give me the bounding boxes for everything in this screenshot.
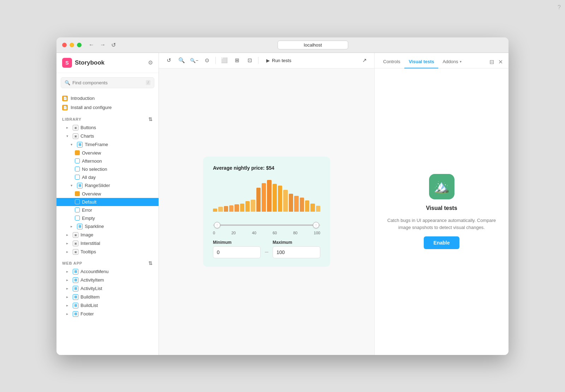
play-icon: ▶ (266, 58, 270, 63)
close-button[interactable] (62, 43, 67, 47)
sidebar-item-label: TimeFrame (85, 142, 108, 147)
story-blue-icon (75, 167, 80, 171)
chevron-right-icon (66, 233, 71, 237)
tab-addons[interactable]: Addons ▾ (438, 55, 465, 68)
maximum-label: Maximum (273, 240, 320, 245)
sidebar-item-interstitial[interactable]: ▣ Interstitial (56, 239, 159, 248)
sidebar-item-label: Default (82, 199, 96, 205)
split-panel-button[interactable]: ⊟ (488, 57, 495, 67)
input-separator: – (265, 248, 268, 258)
sidebar-item-install[interactable]: 📄 Install and configure (56, 103, 159, 112)
visual-tests-description: Catch bugs in UI appearance automaticall… (383, 217, 500, 231)
range-handle-left[interactable]: ⋮ (214, 222, 220, 228)
folder-icon: ▣ (73, 249, 78, 255)
sidebar-item-no-selection[interactable]: No selection (56, 165, 159, 173)
toolbar-right: ↗ (359, 55, 370, 66)
forward-button[interactable]: → (99, 41, 107, 49)
sidebar-item-overview2[interactable]: Overview (56, 190, 159, 198)
minimum-input[interactable] (213, 246, 261, 258)
doc-icon: 📄 (62, 96, 68, 101)
sort-icon[interactable]: ⇅ (148, 116, 153, 122)
histogram-bar (273, 184, 277, 212)
minimize-button[interactable] (70, 43, 74, 47)
sidebar-item-buttons[interactable]: ▣ Buttons (56, 123, 159, 132)
external-link-button[interactable]: ↗ (359, 55, 370, 66)
component-icon: ⊞ (73, 286, 78, 291)
component-icon: ⊞ (77, 142, 83, 147)
range-tick: 40 (252, 231, 256, 235)
search-bar[interactable]: 🔍 / (61, 77, 154, 88)
sidebar-item-charts[interactable]: ▣ Charts (56, 132, 159, 140)
range-tick: 0 (213, 231, 215, 235)
grid-button[interactable]: ⊞ (231, 55, 243, 66)
sidebar-item-sparkline[interactable]: ⊞ Sparkline (56, 222, 159, 231)
chevron-right-icon (66, 241, 71, 245)
zoom-in-button[interactable]: 🔍 (176, 55, 187, 66)
zoom-out-button[interactable]: 🔍− (189, 55, 200, 66)
range-slider[interactable]: ⋮ ⋮ (213, 221, 320, 229)
chevron-right-icon (66, 312, 71, 316)
sidebar-nav: 📄 Introduction 📄 Install and configure L… (56, 91, 159, 321)
search-input[interactable] (72, 80, 144, 85)
outline-button[interactable]: ⊡ (244, 55, 255, 66)
sidebar-item-label: BuildList (81, 303, 98, 308)
sort-icon[interactable]: ⇅ (148, 260, 153, 266)
settings-icon[interactable]: ⚙ (148, 59, 153, 66)
histogram-bar (310, 204, 315, 212)
sidebar-item-buildlist[interactable]: ⊞ BuildList (56, 301, 159, 310)
chevron-down-icon (71, 143, 75, 146)
maximum-input[interactable] (273, 246, 320, 258)
right-panel: Controls Visual tests Addons ▾ ⊟ ✕ ? 🏔️ (374, 53, 509, 355)
sidebar-item-activityitem[interactable]: ⊞ ActivityItem (56, 276, 159, 284)
reload-button[interactable]: ↺ (110, 41, 117, 49)
sidebar-item-overview1[interactable]: Overview (56, 149, 159, 157)
histogram-bar (229, 205, 233, 212)
component-icon: ⊞ (73, 311, 78, 317)
sidebar-item-allday[interactable]: All day (56, 173, 159, 181)
sidebar-item-label: Overview (82, 191, 101, 197)
sidebar-item-default[interactable]: Default (56, 198, 159, 206)
sidebar-item-rangeslider[interactable]: ⊞ RangeSlider (56, 181, 159, 190)
sidebar-item-accountmenu[interactable]: ⊞ AccountMenu (56, 267, 159, 276)
run-tests-button[interactable]: ▶ Run tests (261, 56, 296, 65)
chevron-down-icon (71, 183, 75, 187)
main-layout: S Storybook ⚙ 🔍 / 📄 Introduction 📄 Insta… (56, 53, 509, 355)
sidebar-item-label: ActivityItem (81, 277, 104, 283)
storybook-logo-icon: S (62, 58, 72, 68)
story-blue-icon (75, 199, 80, 204)
reload-story-button[interactable]: ↺ (163, 55, 174, 66)
sidebar-item-tooltips[interactable]: ▣ Tooltips (56, 248, 159, 256)
component-icon: ⊞ (73, 277, 78, 283)
sidebar-item-label: Footer (81, 311, 94, 316)
panel-content: ? 🏔️ Visual tests Catch bugs in UI appea… (375, 68, 509, 355)
preview-area: Average nightly price: $54 ⋮ ⋮ (159, 68, 374, 355)
tab-controls[interactable]: Controls (379, 55, 404, 68)
sidebar-item-introduction[interactable]: 📄 Introduction (56, 94, 159, 103)
maximize-button[interactable] (77, 43, 82, 47)
close-panel-button[interactable]: ✕ (497, 57, 504, 67)
sidebar-item-footer[interactable]: ⊞ Footer (56, 310, 159, 318)
sidebar-item-afternoon[interactable]: Afternoon (56, 157, 159, 165)
tab-visual-tests[interactable]: Visual tests (404, 55, 438, 68)
zoom-reset-button[interactable]: ⊙ (201, 55, 213, 66)
sidebar-item-error[interactable]: Error (56, 206, 159, 214)
histogram-bar (305, 200, 309, 212)
histogram-bar (245, 201, 250, 211)
range-handle-right[interactable]: ⋮ (313, 222, 319, 228)
url-bar[interactable]: localhost (278, 41, 348, 49)
toolbar-separator (258, 57, 258, 64)
sidebar-logo: S Storybook (62, 58, 105, 68)
sidebar-item-timeframe[interactable]: ⊞ TimeFrame (56, 140, 159, 149)
back-button[interactable]: ← (87, 41, 96, 49)
visual-tests-icon: 🏔️ (429, 174, 454, 199)
component-icon: ⊞ (73, 269, 78, 275)
sidebar-item-activitylist[interactable]: ⊞ ActivityList (56, 284, 159, 293)
panel-tabs: Controls Visual tests Addons ▾ ⊟ ✕ (375, 53, 509, 68)
minimum-input-group: Minimum (213, 240, 261, 258)
full-screen-button[interactable]: ⬜ (219, 55, 230, 66)
sidebar-item-empty[interactable]: Empty (56, 214, 159, 222)
sidebar-item-image[interactable]: ▣ Image (56, 231, 159, 239)
sidebar-item-builditem[interactable]: ⊞ BuildItem (56, 293, 159, 301)
chart-inputs: Minimum – Maximum (213, 240, 320, 258)
enable-button[interactable]: Enable (424, 236, 460, 249)
